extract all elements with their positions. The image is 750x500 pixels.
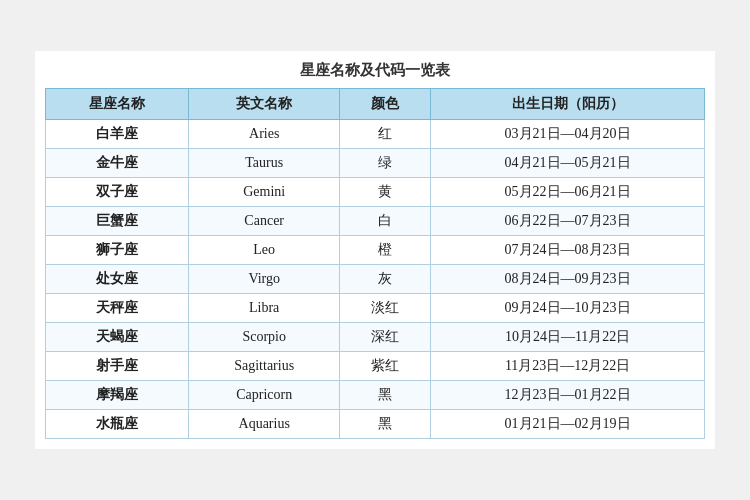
- cell-color: 黄: [340, 178, 431, 207]
- col-header-date: 出生日期（阳历）: [431, 89, 705, 120]
- cell-color: 紫红: [340, 352, 431, 381]
- table-row: 金牛座Taurus绿04月21日—05月21日: [46, 149, 705, 178]
- table-row: 处女座Virgo灰08月24日—09月23日: [46, 265, 705, 294]
- cell-english-name: Aries: [189, 120, 340, 149]
- cell-color: 白: [340, 207, 431, 236]
- cell-chinese-name: 金牛座: [46, 149, 189, 178]
- cell-date: 05月22日—06月21日: [431, 178, 705, 207]
- cell-color: 深红: [340, 323, 431, 352]
- cell-english-name: Taurus: [189, 149, 340, 178]
- cell-chinese-name: 天蝎座: [46, 323, 189, 352]
- cell-color: 橙: [340, 236, 431, 265]
- col-header-chinese: 星座名称: [46, 89, 189, 120]
- col-header-english: 英文名称: [189, 89, 340, 120]
- cell-chinese-name: 摩羯座: [46, 381, 189, 410]
- cell-date: 07月24日—08月23日: [431, 236, 705, 265]
- cell-english-name: Virgo: [189, 265, 340, 294]
- table-row: 巨蟹座Cancer白06月22日—07月23日: [46, 207, 705, 236]
- cell-color: 黑: [340, 410, 431, 439]
- table-row: 天蝎座Scorpio深红10月24日—11月22日: [46, 323, 705, 352]
- cell-color: 灰: [340, 265, 431, 294]
- cell-date: 03月21日—04月20日: [431, 120, 705, 149]
- zodiac-table: 星座名称 英文名称 颜色 出生日期（阳历） 白羊座Aries红03月21日—04…: [45, 88, 705, 439]
- cell-date: 04月21日—05月21日: [431, 149, 705, 178]
- cell-chinese-name: 水瓶座: [46, 410, 189, 439]
- cell-date: 09月24日—10月23日: [431, 294, 705, 323]
- cell-chinese-name: 巨蟹座: [46, 207, 189, 236]
- cell-english-name: Cancer: [189, 207, 340, 236]
- cell-english-name: Aquarius: [189, 410, 340, 439]
- cell-english-name: Leo: [189, 236, 340, 265]
- cell-color: 黑: [340, 381, 431, 410]
- cell-date: 10月24日—11月22日: [431, 323, 705, 352]
- cell-chinese-name: 狮子座: [46, 236, 189, 265]
- cell-chinese-name: 射手座: [46, 352, 189, 381]
- cell-chinese-name: 双子座: [46, 178, 189, 207]
- table-row: 双子座Gemini黄05月22日—06月21日: [46, 178, 705, 207]
- cell-date: 11月23日—12月22日: [431, 352, 705, 381]
- cell-color: 红: [340, 120, 431, 149]
- cell-date: 08月24日—09月23日: [431, 265, 705, 294]
- cell-color: 绿: [340, 149, 431, 178]
- col-header-color: 颜色: [340, 89, 431, 120]
- table-header-row: 星座名称 英文名称 颜色 出生日期（阳历）: [46, 89, 705, 120]
- table-row: 白羊座Aries红03月21日—04月20日: [46, 120, 705, 149]
- table-row: 摩羯座Capricorn黑12月23日—01月22日: [46, 381, 705, 410]
- main-container: 星座名称及代码一览表 星座名称 英文名称 颜色 出生日期（阳历） 白羊座Arie…: [35, 51, 715, 449]
- cell-english-name: Gemini: [189, 178, 340, 207]
- table-row: 水瓶座Aquarius黑01月21日—02月19日: [46, 410, 705, 439]
- table-row: 天秤座Libra淡红09月24日—10月23日: [46, 294, 705, 323]
- cell-date: 12月23日—01月22日: [431, 381, 705, 410]
- table-row: 狮子座Leo橙07月24日—08月23日: [46, 236, 705, 265]
- cell-english-name: Sagittarius: [189, 352, 340, 381]
- table-row: 射手座Sagittarius紫红11月23日—12月22日: [46, 352, 705, 381]
- cell-chinese-name: 处女座: [46, 265, 189, 294]
- cell-english-name: Capricorn: [189, 381, 340, 410]
- page-title: 星座名称及代码一览表: [45, 61, 705, 80]
- cell-chinese-name: 天秤座: [46, 294, 189, 323]
- cell-color: 淡红: [340, 294, 431, 323]
- cell-english-name: Libra: [189, 294, 340, 323]
- cell-chinese-name: 白羊座: [46, 120, 189, 149]
- cell-english-name: Scorpio: [189, 323, 340, 352]
- cell-date: 01月21日—02月19日: [431, 410, 705, 439]
- cell-date: 06月22日—07月23日: [431, 207, 705, 236]
